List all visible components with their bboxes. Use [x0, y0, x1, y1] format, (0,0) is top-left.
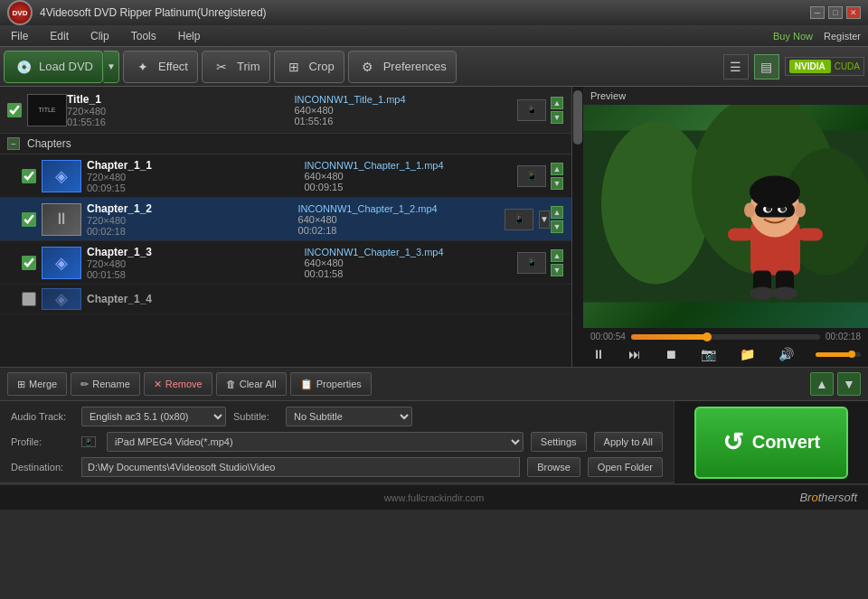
- profile-select[interactable]: iPad MPEG4 Video(*.mp4): [107, 432, 524, 452]
- preferences-button[interactable]: ⚙ Preferences: [348, 51, 457, 83]
- scroll-up-arrow[interactable]: ▲: [551, 97, 563, 109]
- title-info: Title_1 720×480 01:55:16: [67, 93, 287, 127]
- properties-icon: 📋: [300, 379, 313, 390]
- progress-thumb: [703, 332, 712, 342]
- menu-tools[interactable]: Tools: [127, 28, 160, 44]
- effect-icon: ✦: [133, 57, 153, 77]
- scroll-down-arrow[interactable]: ▼: [551, 111, 563, 124]
- file-list-scrollbar[interactable]: [572, 87, 583, 367]
- maximize-button[interactable]: □: [828, 6, 843, 19]
- screenshot-button[interactable]: 📷: [699, 345, 718, 363]
- expand-chapters-button[interactable]: −: [7, 137, 20, 150]
- detail-view-button[interactable]: ▤: [754, 54, 779, 80]
- ch1-scroll-up[interactable]: ▲: [551, 163, 563, 175]
- destination-input[interactable]: [81, 457, 520, 477]
- chapter2-scroll: ▲ ▼: [550, 205, 564, 234]
- svg-point-19: [750, 176, 800, 209]
- merge-button[interactable]: ⊞ Merge: [7, 372, 67, 396]
- menu-edit[interactable]: Edit: [46, 28, 72, 44]
- main-content: TITLE Title_1 720×480 01:55:16 INCONNW1_…: [0, 87, 868, 367]
- time-total: 00:02:18: [826, 332, 861, 342]
- chapter2-checkbox[interactable]: [22, 212, 36, 227]
- toolbar-right: ☰ ▤ NVIDIA CUDA: [723, 54, 864, 80]
- apply-to-all-button[interactable]: Apply to All: [594, 432, 663, 452]
- footer: www.fullcrackindir.com Brothersoft: [0, 484, 868, 510]
- chapter3-scroll: ▲ ▼: [550, 248, 564, 277]
- file-list: TITLE Title_1 720×480 01:55:16 INCONNW1_…: [0, 87, 572, 367]
- preview-video: [583, 105, 868, 328]
- browse-button[interactable]: Browse: [527, 457, 580, 477]
- video-frame: [583, 105, 868, 328]
- open-folder-button[interactable]: Open Folder: [588, 457, 663, 477]
- folder-button[interactable]: 📁: [738, 345, 757, 363]
- destination-label: Destination:: [11, 462, 74, 473]
- move-up-button[interactable]: ▲: [810, 372, 834, 396]
- ch2-scroll-up[interactable]: ▲: [551, 206, 563, 219]
- merge-icon: ⊞: [17, 379, 25, 390]
- chapter2-output: INCONNW1_Chapter_1_2.mp4 640×480 00:02:1…: [298, 203, 502, 236]
- profile-row: Profile: 📱 iPad MPEG4 Video(*.mp4) Setti…: [11, 432, 663, 452]
- rename-button[interactable]: ✏ Rename: [71, 372, 140, 396]
- chapter4-info: Chapter_1_4: [87, 293, 564, 305]
- title-checkbox[interactable]: [7, 103, 22, 117]
- chapter4-checkbox[interactable]: [22, 292, 36, 306]
- ch1-scroll-down[interactable]: ▼: [551, 177, 563, 190]
- volume-bar[interactable]: [816, 352, 861, 357]
- load-dvd-button[interactable]: 💿 Load DVD: [4, 51, 103, 83]
- clear-all-button[interactable]: 🗑 Clear All: [216, 372, 287, 396]
- volume-button[interactable]: 🔊: [777, 345, 796, 363]
- trim-button[interactable]: ✂ Trim: [202, 51, 270, 83]
- move-down-button[interactable]: ▼: [837, 372, 861, 396]
- progress-fill: [631, 334, 707, 340]
- stop-button[interactable]: ⏹: [663, 345, 679, 363]
- properties-button[interactable]: 📋 Properties: [290, 372, 372, 396]
- watermark: www.fullcrackindir.com: [11, 492, 857, 503]
- chapter2-format-icon[interactable]: 📱: [505, 209, 533, 230]
- svg-point-18: [772, 287, 797, 300]
- progress-bar[interactable]: [631, 334, 820, 340]
- menu-clip[interactable]: Clip: [87, 28, 113, 44]
- audio-track-select[interactable]: English ac3 5.1 (0x80): [81, 407, 226, 426]
- remove-button[interactable]: ✕ Remove: [144, 372, 212, 396]
- chapter3-checkbox[interactable]: [22, 256, 36, 270]
- ch3-scroll-up[interactable]: ▲: [551, 249, 563, 262]
- crop-button[interactable]: ⊞ Crop: [274, 51, 344, 83]
- svg-point-17: [750, 287, 775, 300]
- close-button[interactable]: ✕: [846, 6, 861, 19]
- menu-help[interactable]: Help: [175, 28, 204, 44]
- subtitle-select[interactable]: No Subtitle: [286, 407, 412, 426]
- list-view-button[interactable]: ☰: [723, 54, 749, 80]
- chapter-row-4: ◈ Chapter_1_4: [0, 285, 571, 314]
- chapter-row-3: ◈ Chapter_1_3 720×480 00:01:58 INCONNW1_…: [0, 241, 571, 285]
- scrollbar-thumb[interactable]: [573, 90, 582, 145]
- chapter1-checkbox[interactable]: [22, 169, 36, 183]
- pause-button[interactable]: ⏸: [590, 345, 607, 363]
- buy-now-link[interactable]: Buy Now: [773, 31, 813, 42]
- title-bar-left: DVD 4Videosoft DVD Ripper Platinum(Unreg…: [7, 0, 267, 25]
- destination-row: Destination: Browse Open Folder: [11, 457, 663, 477]
- time-current: 00:00:54: [590, 332, 626, 342]
- settings-button[interactable]: Settings: [531, 432, 587, 452]
- minimize-button[interactable]: ─: [810, 6, 825, 19]
- convert-button[interactable]: ↺ Convert: [694, 407, 848, 479]
- effect-button[interactable]: ✦ Effect: [123, 51, 198, 83]
- chapter1-format-icon[interactable]: 📱: [517, 165, 546, 187]
- chapter1-output: INCONNW1_Chapter_1_1.mp4 640×480 00:09:1…: [305, 160, 514, 192]
- chapter-row: ◈ Chapter_1_1 720×480 00:09:15 INCONNW1_…: [0, 154, 571, 198]
- dvd-logo: DVD: [7, 0, 33, 25]
- chapter3-format-icon[interactable]: 📱: [517, 252, 546, 274]
- load-dvd-dropdown[interactable]: ▼: [103, 51, 119, 83]
- audio-track-label: Audio Track:: [11, 411, 74, 422]
- output-format-icon[interactable]: 📱: [517, 99, 546, 121]
- ch3-scroll-down[interactable]: ▼: [551, 264, 563, 276]
- menu-bar: File Edit Clip Tools Help Buy Now Regist…: [0, 25, 868, 47]
- ch2-scroll-down[interactable]: ▼: [551, 220, 563, 233]
- chapter2-format-dropdown[interactable]: ▼: [539, 211, 550, 229]
- settings-convert-area: Audio Track: English ac3 5.1 (0x80) Subt…: [0, 401, 868, 484]
- step-forward-button[interactable]: ⏭: [627, 345, 643, 363]
- app-title: 4Videosoft DVD Ripper Platinum(Unregiste…: [40, 6, 267, 19]
- register-link[interactable]: Register: [824, 31, 861, 42]
- svg-rect-13: [728, 229, 753, 241]
- menu-file[interactable]: File: [7, 28, 32, 44]
- rename-icon: ✏: [80, 379, 89, 390]
